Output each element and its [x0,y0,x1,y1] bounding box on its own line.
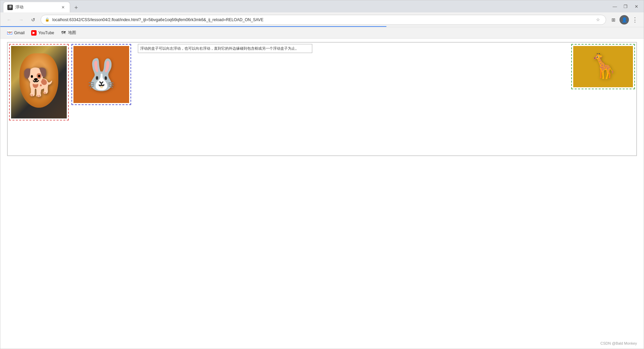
bookmark-star-icon[interactable]: ☆ [594,16,602,23]
security-icon: 🔒 [45,17,50,22]
new-tab-button[interactable]: + [71,3,81,12]
tab-favicon: 浮 [7,5,13,10]
float-demo-container: 浮动的盒子可以向左浮动，也可以向右浮动，直到它的外边缘碰到包含框或另一个浮动盒子… [7,42,637,156]
address-bar-actions: ☆ [594,16,602,23]
description-text: 浮动的盒子可以向左浮动，也可以向右浮动，直到它的外边缘碰到包含框或另一个浮动盒子… [140,46,299,50]
gmail-favicon-icon [7,30,12,36]
footer-text: CSDN @Bald Monkey [600,341,637,345]
address-bar[interactable]: 🔒 localhost:63342/CSS/lesson04/2.float/i… [41,15,606,25]
reload-button[interactable]: ↺ [29,15,38,24]
bookmark-youtube[interactable]: YouTube [29,29,57,37]
youtube-favicon-icon [31,30,37,36]
maps-label: 地图 [68,30,76,36]
giraffe-image [573,46,633,87]
maps-favicon-icon: 🗺 [61,30,66,36]
gmail-label: Gmail [14,31,24,35]
title-bar: 浮 浮动 ✕ + — ❐ ✕ [0,0,644,12]
bookmarks-bar: Gmail YouTube 🗺 地图 [0,27,644,39]
float-box-2 [71,44,131,105]
float-box-3 [571,44,635,89]
browser-actions: ⊞ 👤 ⋮ [609,15,640,24]
window-controls: — ❐ ✕ [610,2,641,11]
extensions-button[interactable]: ⊞ [609,15,618,24]
bookmark-gmail[interactable]: Gmail [4,29,27,37]
page-loading-bar [0,26,386,27]
browser-window: 浮 浮动 ✕ + — ❐ ✕ ← → ↺ 🔒 localhost:63342/C… [0,0,644,349]
url-text: localhost:63342/CSS/lesson04/2.float/ind… [52,17,592,22]
tab-strip: 浮 浮动 ✕ + [3,0,81,12]
float-box-1 [9,44,69,120]
page-content: 浮动的盒子可以向左浮动，也可以向右浮动，直到它的外边缘碰到包含框或另一个浮动盒子… [0,39,644,349]
description-text-block: 浮动的盒子可以向左浮动，也可以向右浮动，直到它的外边缘碰到包含框或另一个浮动盒子… [138,44,312,53]
bookmark-maps[interactable]: 🗺 地图 [58,29,79,37]
nav-bar: ← → ↺ 🔒 localhost:63342/CSS/lesson04/2.f… [0,12,644,27]
rabbit-image [73,46,129,103]
minimize-button[interactable]: — [610,2,620,11]
page-inner: 浮动的盒子可以向左浮动，也可以向右浮动，直到它的外边缘碰到包含框或另一个浮动盒子… [0,39,644,349]
tab-close-button[interactable]: ✕ [60,5,66,10]
page-footer: CSDN @Bald Monkey [600,341,637,345]
forward-button[interactable]: → [16,15,26,24]
youtube-label: YouTube [38,31,54,35]
active-tab[interactable]: 浮 浮动 ✕ [3,2,70,12]
tab-title: 浮动 [15,4,58,10]
back-button[interactable]: ← [4,15,14,24]
dog-image [11,46,67,118]
close-button[interactable]: ✕ [632,2,641,11]
menu-button[interactable]: ⋮ [630,15,640,24]
profile-button[interactable]: 👤 [620,15,629,24]
maximize-button[interactable]: ❐ [621,2,630,11]
